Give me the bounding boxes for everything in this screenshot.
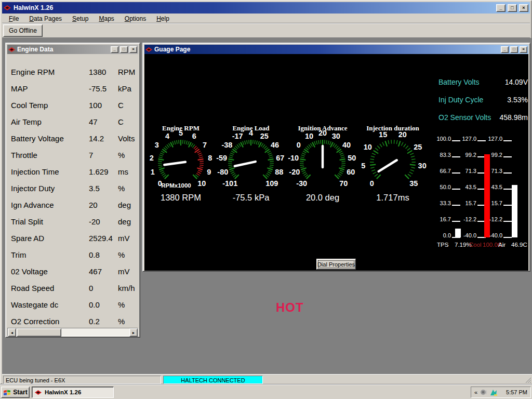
param-label: Engine RPM: [11, 67, 55, 77]
horizontal-scrollbar[interactable]: ◄ ►: [7, 328, 138, 336]
svg-text:67: 67: [276, 154, 284, 162]
scroll-right-arrow-icon[interactable]: ►: [129, 328, 138, 337]
bar-tick-label: 71.3: [454, 168, 476, 174]
volume-icon[interactable]: [480, 389, 487, 396]
svg-text:15: 15: [379, 130, 387, 139]
dial-properties-button[interactable]: Dial Properties: [316, 259, 356, 270]
gauge-close-button[interactable]: ×: [520, 46, 527, 53]
param-value: 20: [89, 200, 98, 210]
tray-app-icon[interactable]: [490, 389, 498, 396]
start-button[interactable]: Start: [1, 387, 30, 398]
menu-item-data-pages[interactable]: Data Pages: [25, 15, 65, 23]
param-label: Ign Advance: [11, 200, 54, 210]
svg-text:7: 7: [203, 141, 207, 149]
engine-close-button[interactable]: ×: [129, 46, 137, 53]
menu-item-options[interactable]: Options: [121, 15, 150, 23]
engine-minimize-button[interactable]: _: [111, 46, 118, 53]
engine-maximize-button[interactable]: □: [120, 46, 128, 53]
param-label: Air Temp: [11, 117, 42, 127]
taskbar-app-button[interactable]: HalwinX 1.26: [32, 387, 114, 398]
gauge-maximize-button[interactable]: □: [510, 46, 518, 53]
readout-battery-volts: Battery Volts14.09V: [438, 78, 528, 87]
go-offline-button[interactable]: Go Offline: [3, 24, 43, 37]
param-value: 14.2: [89, 134, 104, 144]
svg-text:1: 1: [151, 168, 155, 176]
mdi-area: Engine Data _ □ × ◄ ► Engine RPM1380RPMM…: [2, 38, 532, 374]
app-titlebar[interactable]: HalwinX 1.26 _ □ ×: [2, 2, 530, 14]
param-unit: C: [118, 100, 124, 111]
svg-text:109: 109: [265, 179, 278, 188]
param-label: MAP: [11, 84, 28, 94]
svg-text:0: 0: [297, 141, 301, 149]
engine-data-row-air-temp: Air Temp47C: [7, 117, 138, 127]
param-label: Spare AD: [11, 233, 44, 244]
resize-grip[interactable]: [525, 377, 531, 383]
svg-text:30: 30: [332, 132, 340, 140]
param-value: 0.8: [89, 250, 100, 260]
dial-injection-duration: Injection duration051015202530351.717ms: [355, 123, 431, 204]
scroll-left-arrow-icon[interactable]: ◄: [8, 328, 16, 337]
svg-text:-59: -59: [216, 154, 227, 162]
app-logo-icon: [4, 5, 11, 11]
svg-text:20: 20: [398, 130, 407, 139]
bar-tick-label: 99.2: [454, 152, 476, 158]
svg-text:25: 25: [260, 132, 269, 140]
param-value: 3.5: [89, 183, 100, 194]
gauge-page-titlebar[interactable]: Guage Page _ □ ×: [144, 45, 528, 54]
svg-text:20.0 deg: 20.0 deg: [306, 193, 339, 202]
scrollbar-thumb[interactable]: [17, 328, 61, 337]
param-label: Throttle: [11, 150, 37, 161]
bar-air: [512, 185, 517, 237]
svg-text:30: 30: [418, 162, 427, 170]
dial-needle: [379, 160, 397, 171]
bar-tick-mark: [503, 140, 512, 141]
svg-text:-30: -30: [296, 179, 307, 188]
svg-text:5: 5: [361, 162, 365, 170]
connection-status-badge: HALTECH CONNECTED: [163, 376, 263, 384]
close-button[interactable]: ×: [519, 4, 528, 12]
param-label: Wastegate dc: [11, 300, 58, 310]
maximize-button[interactable]: □: [508, 4, 517, 12]
svg-text:6: 6: [192, 132, 196, 140]
gauge-page-content: Battery Volts14.09VInj Duty Cycle3.53%O2…: [144, 54, 528, 271]
engine-data-rows: ◄ ► Engine RPM1380RPMMAP-75.5kPaCool Tem…: [7, 54, 138, 337]
svg-text:2: 2: [150, 154, 154, 162]
svg-text:46: 46: [271, 141, 279, 149]
taskbar-clock: 5:57 PM: [506, 389, 527, 395]
param-value: 7: [89, 150, 93, 161]
svg-text:1380 RPM: 1380 RPM: [161, 193, 201, 202]
bar-cool: [484, 154, 490, 237]
engine-data-row-cool-temp: Cool Temp100C: [7, 100, 138, 111]
engine-data-row-spare-ad: Spare AD2529.4mV: [7, 233, 138, 244]
menu-bar: FileData PagesSetupMapsOptionsHelp: [2, 14, 530, 23]
param-value: 2529.4: [89, 233, 113, 244]
svg-text:10: 10: [305, 132, 313, 140]
svg-text:88: 88: [275, 168, 283, 176]
svg-text:0: 0: [370, 179, 374, 188]
engine-data-row-battery-voltage: Battery Voltage14.2Volts: [7, 134, 138, 144]
engine-data-window: Engine Data _ □ × ◄ ► Engine RPM1380RPMM…: [5, 43, 140, 338]
param-unit: mV: [118, 233, 130, 244]
start-label: Start: [13, 389, 27, 396]
minimize-button[interactable]: _: [496, 4, 506, 12]
menu-item-help[interactable]: Help: [153, 15, 173, 23]
bar-tick-label: 71.3: [480, 168, 502, 174]
app-window: HalwinX 1.26 _ □ × FileData PagesSetupMa…: [0, 0, 532, 384]
menu-item-setup[interactable]: Setup: [69, 15, 92, 23]
readout-label: Battery Volts: [438, 78, 480, 87]
task-label: HalwinX 1.26: [45, 389, 81, 395]
menu-item-maps[interactable]: Maps: [95, 15, 117, 23]
bar-gauge-name: TPS: [437, 242, 448, 248]
menu-item-file[interactable]: File: [5, 15, 22, 23]
windows-logo-icon: [3, 389, 11, 396]
engine-data-titlebar[interactable]: Engine Data _ □ ×: [7, 45, 138, 54]
tray-chevron-icon[interactable]: «: [474, 389, 477, 395]
readout-value: 14.09V: [505, 78, 528, 87]
svg-text:35: 35: [409, 179, 418, 188]
gauge-minimize-button[interactable]: _: [501, 46, 509, 53]
param-value: -20: [89, 217, 100, 227]
param-label: Cool Temp: [11, 100, 48, 111]
bar-tick-mark: [503, 237, 512, 238]
bar-tick-label: 0.0: [428, 232, 451, 238]
gauge-page-title: Guage Page: [154, 46, 499, 53]
